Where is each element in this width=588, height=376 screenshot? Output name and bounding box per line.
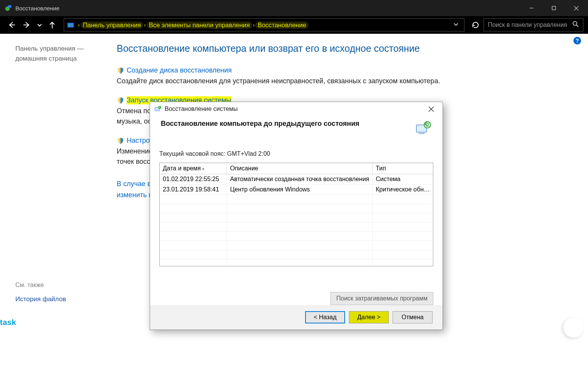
system-restore-dialog: Восстановление системы Восстановление ко…: [150, 102, 443, 330]
see-also-section: См. также История файлов: [15, 282, 66, 303]
table-row: [160, 223, 433, 232]
dialog-heading: Восстановление компьютера до предыдущего…: [161, 120, 410, 128]
breadcrumb-item[interactable]: Восстановление: [255, 21, 308, 29]
back-button[interactable]: [5, 18, 18, 32]
help-icon[interactable]: ?: [573, 37, 581, 45]
truncated-text: точек восст: [117, 158, 154, 165]
table-row: [160, 213, 433, 223]
table-row: [160, 250, 433, 259]
shield-icon: [117, 97, 124, 104]
restore-computer-icon: [414, 120, 432, 137]
explorer-navbar: › Панель управления › Все элементы панел…: [0, 16, 588, 34]
table-row: [160, 195, 433, 204]
window-titlebar: Восстановление: [0, 0, 588, 16]
svg-rect-3: [552, 7, 556, 10]
cell-description: Центр обновления Windows: [227, 185, 373, 195]
truncated-text: музыка, ост: [117, 117, 154, 125]
control-panel-icon: [66, 21, 75, 29]
cell-description: Автоматически созданная точка восстановл…: [227, 174, 373, 185]
sidebar: Панель управления — домашняя страница См…: [0, 34, 111, 376]
table-row: [160, 241, 433, 250]
search-icon[interactable]: [572, 21, 579, 29]
dialog-body: Текущий часовой пояс: GMT+Vlad 2:00 Дата…: [150, 139, 443, 285]
file-history-link[interactable]: История файлов: [15, 295, 66, 303]
shield-icon: [117, 137, 124, 145]
table-row: [160, 232, 433, 241]
minimize-button[interactable]: [520, 0, 543, 16]
table-row[interactable]: 01.02.2019 22:55:25 Автоматически создан…: [160, 174, 433, 185]
dialog-title: Восстановление системы: [165, 106, 238, 112]
recent-dropdown[interactable]: [35, 18, 44, 32]
cell-type: Система: [373, 174, 433, 185]
address-bar[interactable]: › Панель управления › Все элементы панел…: [64, 18, 464, 31]
table-row: [160, 259, 433, 267]
search-input[interactable]: [488, 21, 572, 28]
cell-datetime: 23.01.2019 19:58:41: [160, 185, 227, 195]
search-box[interactable]: [484, 18, 583, 31]
system-restore-icon: [154, 105, 162, 113]
chevron-right-icon: ›: [143, 22, 147, 28]
table-row[interactable]: 23.01.2019 19:58:41 Центр обновления Win…: [160, 185, 433, 195]
dialog-titlebar: Восстановление системы: [150, 102, 443, 116]
window-title: Восстановление: [15, 5, 59, 12]
svg-rect-18: [419, 133, 424, 134]
truncated-text: В случае во: [117, 180, 155, 188]
svg-point-10: [69, 24, 71, 26]
restore-points-table[interactable]: Дата и время▾ Описание Тип 01.02.2019 22…: [159, 163, 433, 266]
svg-point-11: [573, 21, 577, 25]
control-panel-home-link[interactable]: Панель управления — домашняя страница: [15, 45, 84, 62]
app-icon: [5, 4, 12, 12]
page-title: Восстановление компьютера или возврат ег…: [117, 43, 565, 54]
chevron-right-icon: ›: [252, 22, 256, 28]
up-button[interactable]: [45, 18, 59, 32]
page-curl-icon: [563, 318, 583, 338]
address-dropdown-icon[interactable]: [449, 21, 462, 28]
cell-type: Критическое обн…: [373, 185, 433, 195]
svg-rect-1: [8, 5, 11, 8]
sort-desc-icon: ▾: [202, 167, 204, 171]
option-create-recovery-drive: Создание диска восстановления Создайте д…: [117, 66, 565, 86]
shield-icon: [117, 67, 124, 74]
refresh-button[interactable]: [469, 18, 482, 31]
truncated-text: Отмена по: [117, 107, 151, 115]
svg-rect-9: [68, 23, 74, 28]
truncated-text: Изменение: [117, 147, 153, 155]
timezone-label: Текущий часовой пояс: GMT+Vlad 2:00: [159, 150, 433, 157]
column-header-description[interactable]: Описание: [227, 163, 373, 174]
chevron-right-icon: ›: [77, 22, 81, 28]
table-row: [160, 204, 433, 213]
svg-line-12: [576, 25, 578, 27]
option-description: Создайте диск восстановления для устране…: [117, 76, 565, 86]
scan-affected-programs-button[interactable]: Поиск затрагиваемых программ: [330, 292, 433, 305]
forward-button[interactable]: [20, 18, 34, 32]
dialog-header: Восстановление компьютера до предыдущего…: [150, 116, 443, 139]
see-also-heading: См. также: [15, 282, 66, 289]
dialog-footer: < Назад Далее > Отмена: [150, 305, 443, 330]
next-button[interactable]: Далее >: [349, 311, 389, 323]
dialog-close-button[interactable]: [423, 103, 439, 115]
maximize-button[interactable]: [543, 0, 565, 16]
back-button[interactable]: < Назад: [305, 311, 345, 323]
cell-datetime: 01.02.2019 22:55:25: [160, 174, 227, 185]
column-header-datetime[interactable]: Дата и время▾: [160, 163, 227, 174]
column-header-type[interactable]: Тип: [373, 163, 433, 174]
breadcrumb-item[interactable]: Панель управления: [81, 21, 144, 29]
create-recovery-drive-link[interactable]: Создание диска восстановления: [127, 66, 232, 74]
cancel-button[interactable]: Отмена: [393, 311, 433, 323]
breadcrumb-item[interactable]: Все элементы панели управления: [147, 21, 252, 29]
close-button[interactable]: [565, 0, 587, 16]
dialog-mid-actions: Поиск затрагиваемых программ: [150, 285, 443, 305]
task-watermark: task: [0, 318, 16, 327]
